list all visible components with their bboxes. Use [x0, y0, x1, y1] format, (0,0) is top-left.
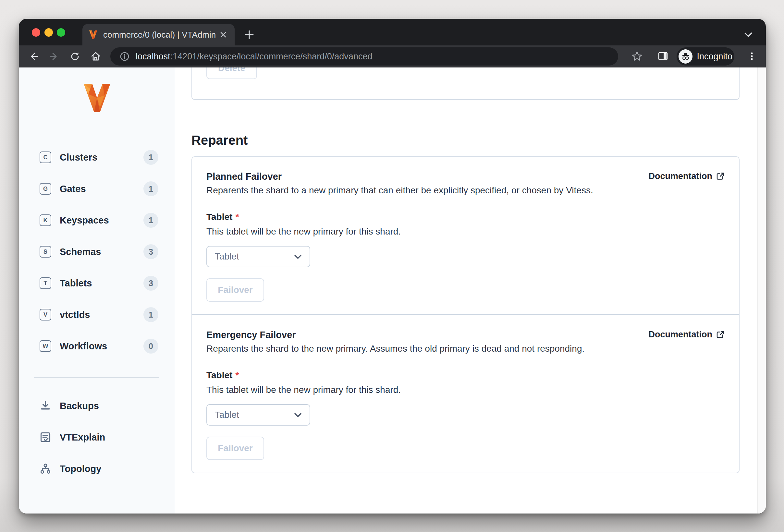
sidebar-item-keyspaces[interactable]: K Keyspaces 1: [19, 212, 175, 228]
sidebar-item-label: Backups: [60, 401, 158, 411]
sidebar-item-topology[interactable]: Topology: [19, 461, 175, 476]
main-panel: Delete Reparent Planned Failover Documen…: [175, 67, 766, 513]
sidebar-item-label: Keyspaces: [60, 215, 143, 226]
tablet-select[interactable]: Tablet: [206, 246, 310, 267]
sidebar-item-label: Topology: [60, 464, 158, 474]
documentation-link[interactable]: Documentation: [648, 171, 725, 181]
sidebar-nav: C Clusters 1 G Gates 1 K Keyspaces 1 S S…: [19, 150, 175, 354]
schemas-icon: S: [39, 246, 51, 258]
tablet-select[interactable]: Tablet: [206, 404, 310, 425]
browser-toolbar: localhost:14201/keyspace/local/commerce/…: [19, 46, 766, 67]
sidebar-item-workflows[interactable]: W Workflows 0: [19, 338, 175, 354]
tablet-field-label: Tablet*: [206, 370, 725, 381]
sidebar-tools: Backups VTExplain: [19, 398, 175, 476]
documentation-label: Documentation: [648, 330, 712, 339]
sidebar: C Clusters 1 G Gates 1 K Keyspaces 1 S S…: [19, 67, 175, 513]
section-title: Planned Failover: [206, 171, 282, 182]
clusters-icon: C: [39, 151, 51, 163]
info-icon[interactable]: [119, 51, 130, 62]
tablet-field-help: This tablet will be the new primary for …: [206, 227, 725, 237]
danger-zone-card: Delete: [192, 67, 739, 100]
count-badge: 1: [143, 181, 158, 196]
required-asterisk: *: [235, 212, 239, 222]
incognito-icon: [678, 49, 693, 64]
tab-strip-chevron-down-icon[interactable]: [742, 29, 755, 40]
download-icon: [39, 400, 51, 412]
tablet-field-label: Tablet*: [206, 212, 725, 222]
section-description: Reparents the shard to the new primary. …: [206, 344, 725, 354]
minimize-window-button[interactable]: [45, 28, 53, 37]
sidebar-item-gates[interactable]: G Gates 1: [19, 181, 175, 197]
external-link-icon: [716, 172, 725, 181]
count-badge: 0: [143, 339, 158, 354]
count-badge: 3: [143, 276, 158, 291]
documentation-label: Documentation: [648, 171, 712, 181]
count-badge: 3: [143, 244, 158, 259]
url-host: localhost: [136, 52, 170, 61]
workflows-icon: W: [39, 340, 51, 352]
sidebar-item-schemas[interactable]: S Schemas 3: [19, 244, 175, 260]
tab-close-icon[interactable]: [219, 30, 227, 39]
sidebar-item-tablets[interactable]: T Tablets 3: [19, 275, 175, 291]
section-title: Emergency Failover: [206, 330, 296, 340]
vitess-logo[interactable]: [81, 82, 113, 114]
delete-button[interactable]: Delete: [206, 67, 257, 79]
browser-tab[interactable]: commerce/0 (local) | VTAdmin: [82, 24, 234, 46]
reparent-card: Planned Failover Documentation Reparents…: [192, 156, 739, 473]
sidebar-item-backups[interactable]: Backups: [19, 398, 175, 414]
scrollbar[interactable]: [757, 67, 765, 513]
back-icon[interactable]: [28, 51, 39, 62]
vitess-favicon-icon: [88, 30, 98, 39]
home-icon[interactable]: [90, 51, 101, 62]
forward-icon[interactable]: [49, 51, 60, 62]
topology-icon: [39, 463, 51, 475]
sidebar-item-vtctlds[interactable]: V vtctlds 1: [19, 307, 175, 322]
tablets-icon: T: [39, 277, 51, 289]
chevron-down-icon: [294, 413, 302, 417]
reload-icon[interactable]: [69, 51, 81, 62]
count-badge: 1: [143, 213, 158, 228]
page-title: Reparent: [192, 133, 248, 148]
documentation-link[interactable]: Documentation: [648, 330, 725, 339]
tab-title: commerce/0 (local) | VTAdmin: [103, 30, 219, 40]
sidebar-item-label: Clusters: [60, 152, 143, 163]
url-text: localhost:14201/keyspace/local/commerce/…: [136, 52, 372, 62]
select-value: Tablet: [215, 252, 239, 262]
sidebar-item-vtexplain[interactable]: VTExplain: [19, 430, 175, 445]
close-window-button[interactable]: [32, 28, 40, 37]
vtctlds-icon: V: [39, 309, 51, 321]
required-asterisk: *: [235, 370, 239, 380]
sidebar-item-label: Workflows: [60, 341, 143, 352]
menu-three-dots-icon[interactable]: [746, 51, 757, 62]
sidebar-item-label: Schemas: [60, 246, 143, 257]
sidebar-item-label: Gates: [60, 184, 143, 194]
select-value: Tablet: [215, 410, 239, 420]
incognito-badge: Incognito: [677, 47, 734, 65]
incognito-label: Incognito: [697, 52, 732, 62]
new-tab-button[interactable]: [243, 28, 256, 41]
section-description: Reparents the shard to a new primary tha…: [206, 185, 725, 196]
failover-button[interactable]: Failover: [206, 437, 264, 460]
tablet-field-help: This tablet will be the new primary for …: [206, 385, 725, 395]
sidebar-item-label: VTExplain: [60, 432, 158, 443]
count-badge: 1: [143, 307, 158, 322]
count-badge: 1: [143, 150, 158, 165]
tab-strip: commerce/0 (local) | VTAdmin: [19, 19, 766, 46]
bookmark-star-icon[interactable]: [632, 51, 643, 62]
planned-failover-section: Planned Failover Documentation Reparents…: [192, 157, 739, 314]
keyspaces-icon: K: [39, 214, 51, 226]
external-link-icon: [716, 330, 725, 339]
browser-window: commerce/0 (local) | VTAdmin: [19, 19, 766, 513]
url-bar[interactable]: localhost:14201/keyspace/local/commerce/…: [110, 47, 618, 65]
emergency-failover-section: Emergency Failover Documentation Reparen…: [192, 314, 739, 473]
sidebar-divider: [34, 377, 159, 378]
sidebar-item-clusters[interactable]: C Clusters 1: [19, 150, 175, 165]
zoom-window-button[interactable]: [57, 28, 65, 37]
url-path: :14201/keyspace/local/commerce/shard/0/a…: [170, 52, 372, 61]
gates-icon: G: [39, 183, 51, 195]
vtexplain-icon: [39, 432, 51, 443]
failover-button[interactable]: Failover: [206, 278, 264, 302]
sidebar-item-label: vtctlds: [60, 309, 143, 320]
chevron-down-icon: [294, 254, 302, 259]
side-panel-icon[interactable]: [657, 51, 669, 62]
